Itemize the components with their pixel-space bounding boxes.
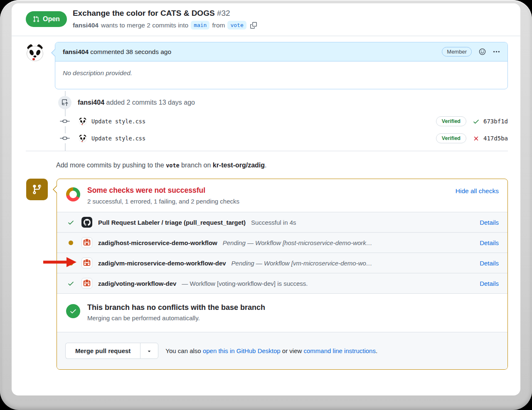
pr-merge-action-text: wants to merge 2 commits into xyxy=(101,22,188,29)
check-row: zadig/host-microservice-demo-workflow Pe… xyxy=(57,232,507,253)
pr-conversation: fansi404 commented 38 seconds ago Member xyxy=(12,36,520,374)
comment-header: fansi404 commented 38 seconds ago Member xyxy=(55,42,507,61)
pr-merge-summary: fansi404 wants to merge 2 commits into m… xyxy=(73,21,257,29)
merge-box: Some checks were not successful 2 succes… xyxy=(26,179,508,374)
check-row: Pull Request Labeler / triage (pull_requ… xyxy=(57,212,507,232)
comment-box: fansi404 commented 38 seconds ago Member xyxy=(55,42,508,89)
check-icon xyxy=(66,280,75,287)
check-icon xyxy=(66,304,80,318)
repo-push-icon xyxy=(58,96,71,109)
commits-event-author[interactable]: fansi404 xyxy=(78,99,104,106)
pending-dot-icon xyxy=(66,241,75,245)
comment-body: No description provided. xyxy=(55,61,507,89)
merge-footer: Merge pull request You can also open thi… xyxy=(57,332,507,369)
commits-event-desc: added 2 commits 13 days ago xyxy=(106,99,195,106)
commit-hash[interactable]: 417d5ba xyxy=(483,135,508,142)
mergeability-status: This branch has no conflicts with the ba… xyxy=(57,293,507,332)
pr-status-badge: Open xyxy=(26,11,67,27)
github-actions-icon xyxy=(81,217,92,228)
head-branch-label[interactable]: vote xyxy=(227,21,246,29)
copy-icon[interactable] xyxy=(250,22,257,29)
details-link[interactable]: Details xyxy=(475,219,499,226)
page-title: Exchange the color for CATS & DOGS #32 xyxy=(73,9,257,18)
commits-event: fansi404 added 2 commits 13 days ago xyxy=(26,96,508,109)
commit-message[interactable]: Update style.css xyxy=(91,135,145,142)
avatar[interactable] xyxy=(79,134,87,142)
checks-summary: 2 successful, 1 errored, 1 failing, and … xyxy=(87,198,239,205)
hide-all-checks-link[interactable]: Hide all checks xyxy=(456,187,499,195)
git-commit-icon xyxy=(60,116,70,126)
zadig-app-icon xyxy=(81,278,92,289)
merge-pull-request-button[interactable]: Merge pull request xyxy=(65,343,140,359)
pull-request-page: Open Exchange the color for CATS & DOGS … xyxy=(12,3,520,395)
pending-dot-icon xyxy=(66,261,75,265)
commit-row: Update style.css Verified 673bf1d xyxy=(26,116,508,126)
verified-badge[interactable]: Verified xyxy=(436,133,466,143)
add-more-commits-hint: Add more commits by pushing to the vote … xyxy=(56,162,508,169)
pr-description-comment: fansi404 commented 38 seconds ago Member xyxy=(26,42,508,89)
device-frame: Open Exchange the color for CATS & DOGS … xyxy=(0,0,532,410)
add-more-branch: vote xyxy=(166,162,180,169)
pr-header: Open Exchange the color for CATS & DOGS … xyxy=(12,3,520,36)
commit-message[interactable]: Update style.css xyxy=(91,118,145,125)
git-branch-icon xyxy=(26,179,48,200)
comment-meta: commented 38 seconds ago xyxy=(90,48,171,56)
details-link[interactable]: Details xyxy=(475,239,499,246)
checks-summary-header: Some checks were not successful 2 succes… xyxy=(57,179,507,212)
git-commit-icon xyxy=(60,133,70,143)
alt-period: . xyxy=(376,347,377,354)
alt-pre: You can also xyxy=(165,347,201,354)
kebab-icon[interactable] xyxy=(493,48,500,55)
check-row: zadig/voting-workflow-dev — Workflow [vo… xyxy=(57,273,507,293)
commits-event-text: fansi404 added 2 commits 13 days ago xyxy=(78,99,195,106)
pr-from-word: from xyxy=(212,22,225,29)
github-desktop-link[interactable]: open this in GitHub Desktop xyxy=(203,347,281,354)
verified-badge[interactable]: Verified xyxy=(436,116,466,126)
command-line-link[interactable]: command line instructions xyxy=(304,347,376,354)
pr-number: #32 xyxy=(217,9,230,17)
mergeability-title: This branch has no conflicts with the ba… xyxy=(87,303,265,312)
check-icon[interactable] xyxy=(473,118,480,125)
git-pull-request-icon xyxy=(33,16,39,22)
add-more-repo: kr-test-org/zadig xyxy=(213,162,265,169)
mergeability-subtitle: Merging can be performed automatically. xyxy=(87,314,265,322)
check-name: zadig/voting-workflow-dev xyxy=(98,280,176,287)
merge-options-dropdown[interactable] xyxy=(140,343,158,359)
comment-author[interactable]: fansi404 xyxy=(63,48,89,56)
check-desc: Pending — Workflow [vm-microservice-demo… xyxy=(232,260,372,267)
check-row: zadig/vm-microservice-demo-workflow-dev … xyxy=(57,253,507,273)
check-name: zadig/vm-microservice-demo-workflow-dev xyxy=(98,260,226,267)
zadig-app-icon xyxy=(81,237,92,248)
checks-box: Some checks were not successful 2 succes… xyxy=(57,179,508,370)
pr-status-label: Open xyxy=(43,15,60,23)
check-desc: — Workflow [voting-workflow-dev] is succ… xyxy=(182,280,308,287)
zadig-app-icon xyxy=(81,258,92,268)
checks-title: Some checks were not successful xyxy=(87,186,239,195)
commits-timeline: fansi404 added 2 commits 13 days ago Upd… xyxy=(26,96,508,151)
smiley-icon[interactable] xyxy=(479,48,486,55)
details-link[interactable]: Details xyxy=(475,260,499,267)
details-link[interactable]: Details xyxy=(475,280,499,287)
commit-row: Update style.css Verified 417d5ba xyxy=(26,133,508,143)
checks-donut-chart xyxy=(66,187,80,201)
merge-button-group: Merge pull request xyxy=(65,343,158,359)
check-name: Pull Request Labeler / triage (pull_requ… xyxy=(98,219,246,226)
check-icon xyxy=(66,219,75,226)
pr-title-text: Exchange the color for CATS & DOGS xyxy=(73,9,215,17)
avatar[interactable] xyxy=(26,43,44,61)
commit-hash[interactable]: 673bf1d xyxy=(483,118,508,125)
add-more-mid: branch on xyxy=(181,162,211,169)
avatar[interactable] xyxy=(79,117,87,125)
add-more-period: . xyxy=(265,162,266,169)
x-icon[interactable] xyxy=(473,135,480,142)
author-association-badge: Member xyxy=(442,47,472,56)
triangle-down-icon xyxy=(146,348,152,354)
pr-author: fansi404 xyxy=(73,22,99,29)
add-more-pre: Add more commits by pushing to the xyxy=(56,162,164,169)
section-divider xyxy=(26,151,508,151)
alternate-merge-options: You can also open this in GitHub Desktop… xyxy=(165,347,377,354)
alt-mid: or view xyxy=(282,347,302,354)
base-branch-label[interactable]: main xyxy=(191,21,209,29)
check-name: zadig/host-microservice-demo-workflow xyxy=(98,239,217,246)
check-desc: Pending — Workflow [host-microservice-de… xyxy=(223,239,372,246)
